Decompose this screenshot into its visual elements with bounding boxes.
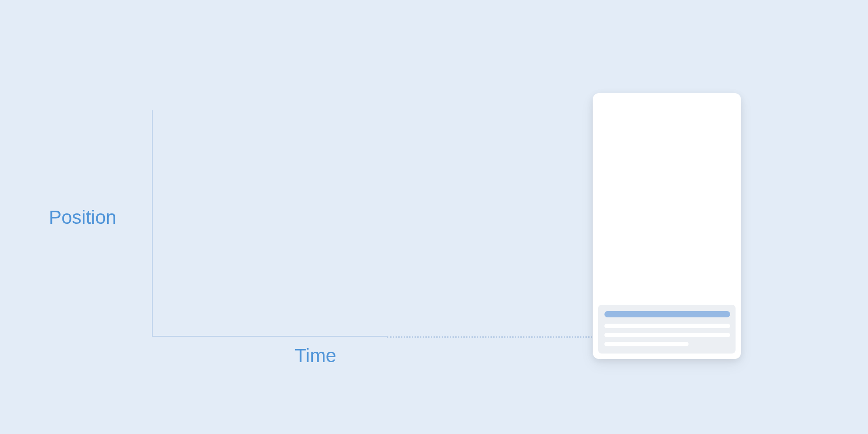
sheet-line-placeholder (604, 324, 730, 328)
sheet-line-placeholder (604, 333, 730, 337)
x-axis-line (152, 336, 387, 337)
bottom-sheet (598, 305, 736, 354)
dotted-guide-line (387, 336, 592, 338)
sheet-line-placeholder (604, 342, 689, 346)
phone-mockup (593, 93, 741, 359)
sheet-title-placeholder (604, 311, 730, 317)
x-axis-label: Time (295, 345, 336, 367)
y-axis-label: Position (49, 207, 116, 228)
position-time-chart (152, 110, 604, 336)
y-axis-line (152, 110, 153, 337)
